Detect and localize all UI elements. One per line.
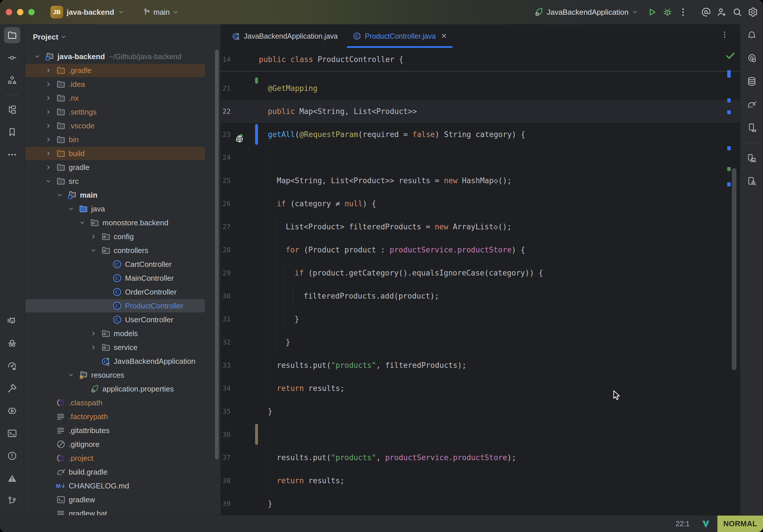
editor-scrollbar[interactable] xyxy=(732,168,736,370)
chevron-right-icon[interactable] xyxy=(45,150,56,157)
tool-window-project[interactable] xyxy=(4,27,20,43)
tree-item-OrderController[interactable]: COrderController xyxy=(24,285,220,299)
code-line-37[interactable]: 37results.put("products", productService… xyxy=(221,446,740,469)
tool-window-structure[interactable] xyxy=(4,72,20,88)
tree-item-models[interactable]: models xyxy=(24,327,220,341)
vcs-change-marker[interactable] xyxy=(255,77,258,84)
tool-window-incognito-plugin[interactable] xyxy=(4,335,20,351)
chevron-right-icon[interactable] xyxy=(45,136,56,144)
tree-item-java[interactable]: java xyxy=(24,202,220,216)
tree-item-config[interactable]: config xyxy=(24,230,220,244)
chevron-right-icon[interactable] xyxy=(45,108,56,116)
caret-position[interactable]: 22:1 xyxy=(676,520,690,528)
sticky-code-line-14[interactable]: 14public class ProductController { xyxy=(221,48,740,71)
vcs-change-marker[interactable] xyxy=(255,424,258,445)
chevron-right-icon[interactable] xyxy=(90,330,101,337)
chevron-right-icon[interactable] xyxy=(45,67,56,74)
tree-item-bin[interactable]: bin xyxy=(24,133,220,147)
tree-scrollbar[interactable] xyxy=(215,50,219,459)
tool-window-ai-assistant[interactable] xyxy=(744,50,760,66)
chevron-down-icon[interactable] xyxy=(45,177,56,185)
tree-item-gradlew[interactable]: gradlew xyxy=(24,493,220,507)
stripe-mark-modified[interactable] xyxy=(727,182,731,186)
chevron-right-icon[interactable] xyxy=(90,344,101,351)
code-line-27[interactable]: 27List<Product> filteredProducts = new A… xyxy=(221,215,740,238)
tree-item-gradle[interactable]: gradle xyxy=(24,160,220,174)
code-line-25[interactable]: 25Map<String, List<Product>> results = n… xyxy=(221,169,740,192)
tree-item-MainController[interactable]: CMainController xyxy=(24,271,220,285)
tree-item-.vscode[interactable]: .vscode xyxy=(24,119,220,133)
tree-item-gradlew.bat[interactable]: gradlew.bat xyxy=(24,507,220,515)
vcs-change-marker[interactable] xyxy=(255,124,258,145)
zoom-window-button[interactable] xyxy=(28,9,35,15)
tool-window-device-manager[interactable] xyxy=(744,150,760,166)
tree-item-.factorypath[interactable]: .factorypath xyxy=(24,410,220,424)
stripe-mark-modified[interactable] xyxy=(727,98,731,102)
tree-item-CartController[interactable]: CCartController xyxy=(24,257,220,271)
chevron-down-icon[interactable] xyxy=(67,371,78,379)
code-line-33[interactable]: 33results.put("products", filteredProduc… xyxy=(221,354,740,377)
run-configuration-selector[interactable]: JavaBackendApplication xyxy=(534,7,638,17)
tree-item-java-backend[interactable]: java-backend~/Github/java-backend xyxy=(24,50,220,63)
tab-options-kebab-icon[interactable] xyxy=(720,30,732,42)
tool-window-gradle[interactable] xyxy=(744,96,760,113)
tool-window-profiler[interactable] xyxy=(4,358,20,374)
code-line-29[interactable]: 29if (product.getCategory().equalsIgnore… xyxy=(221,262,740,284)
tool-window-run-anything[interactable] xyxy=(4,403,20,419)
code-line-30[interactable]: 30filteredProducts.add(product); xyxy=(221,284,740,308)
close-tab-icon[interactable]: ✕ xyxy=(441,32,447,40)
close-window-button[interactable] xyxy=(6,9,12,15)
tool-window-bookmarks[interactable] xyxy=(4,124,20,140)
branch-selector[interactable]: main xyxy=(143,8,179,17)
tool-window-layout-inspector[interactable] xyxy=(744,173,760,189)
stripe-mark-modified[interactable] xyxy=(727,110,731,114)
project-panel-header[interactable]: Project xyxy=(24,24,220,50)
code-line-38[interactable]: 38return results; xyxy=(221,469,740,492)
tree-item-.nx[interactable]: .nx xyxy=(24,91,220,105)
tool-window-database[interactable] xyxy=(744,73,760,89)
search-everywhere-button[interactable] xyxy=(729,4,745,20)
code-line-39[interactable]: 39} xyxy=(221,492,740,515)
tree-item-ProductController[interactable]: CProductController xyxy=(24,299,220,313)
tree-item-application.properties[interactable]: application.properties xyxy=(24,382,220,396)
tree-item-src[interactable]: src xyxy=(24,174,220,188)
tool-window-commit[interactable] xyxy=(4,50,20,66)
editor-tab-JavaBackendApplication.java[interactable]: CJavaBackendApplication.java xyxy=(224,24,345,48)
tool-window-more-tool-windows[interactable] xyxy=(4,147,20,163)
run-button[interactable] xyxy=(644,4,660,20)
tree-item-main[interactable]: main xyxy=(24,188,220,202)
tool-window-warnings[interactable] xyxy=(4,470,20,486)
stripe-mark-modified[interactable] xyxy=(727,146,731,150)
vim-mode-badge[interactable]: NORMAL xyxy=(717,516,763,532)
tool-window-problems[interactable] xyxy=(4,448,20,464)
tree-item-controllers[interactable]: controllers xyxy=(24,244,220,257)
chevron-right-icon[interactable] xyxy=(90,233,101,240)
tool-window-cat-plugin[interactable] xyxy=(4,313,20,329)
tree-item-.project[interactable]: .project xyxy=(24,451,220,465)
inspections-ok-check-icon[interactable] xyxy=(725,50,736,61)
tree-item-monostore.backend[interactable]: monostore.backend xyxy=(24,216,220,230)
tree-item-build.gradle[interactable]: build.gradle xyxy=(24,465,220,479)
ai-assistant-button[interactable] xyxy=(698,4,714,20)
tree-item-.gradle[interactable]: .gradle xyxy=(24,63,220,77)
editor-tab-ProductController.java[interactable]: CProductController.java✕ xyxy=(345,24,454,48)
code-line-36[interactable]: 36 xyxy=(221,423,740,446)
tool-window-notifications[interactable] xyxy=(744,27,760,43)
tool-window-version-control[interactable] xyxy=(4,493,20,509)
stripe-mark-modified[interactable] xyxy=(727,70,731,78)
code-line-23[interactable]: 23getAll(@RequestParam(required = false)… xyxy=(221,123,740,146)
code-line-28[interactable]: 28for (Product product : productService.… xyxy=(221,238,740,262)
chevron-down-icon[interactable] xyxy=(79,219,90,227)
chevron-right-icon[interactable] xyxy=(45,94,56,102)
tree-item-.gitignore[interactable]: .gitignore xyxy=(24,437,220,451)
tree-item-.settings[interactable]: .settings xyxy=(24,105,220,119)
tree-item-resources[interactable]: resources xyxy=(24,368,220,382)
code-line-22[interactable]: 22public Map<String, List<Product>> xyxy=(221,100,740,123)
project-selector[interactable]: JB java-backend xyxy=(51,6,125,19)
code-editor[interactable]: 14public class ProductController {21@Get… xyxy=(221,48,740,515)
chevron-down-icon[interactable] xyxy=(34,53,45,60)
tree-item-service[interactable]: service xyxy=(24,341,220,354)
debug-button[interactable] xyxy=(660,4,675,20)
code-with-me-button[interactable] xyxy=(714,4,729,20)
code-line-26[interactable]: 26if (category ≠ null) { xyxy=(221,192,740,215)
